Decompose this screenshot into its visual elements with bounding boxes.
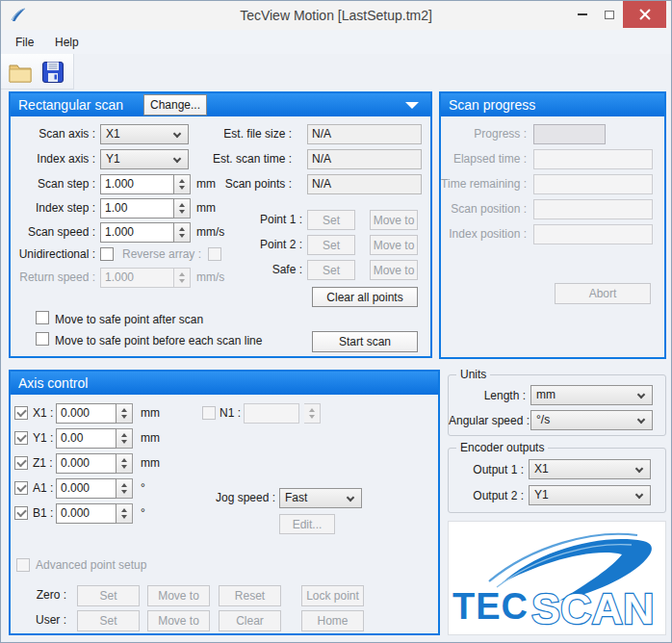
est-file-size-label: Est. file size :: [203, 124, 292, 144]
lock-point-button: Lock point: [301, 585, 364, 606]
toolbar: [1, 54, 671, 90]
chevron-down-icon: [173, 130, 181, 138]
axis-b1-label: B1 :: [33, 503, 53, 524]
clear-all-points-button[interactable]: Clear all points: [312, 287, 418, 307]
jog-speed-select[interactable]: Fast: [279, 488, 362, 508]
axis-y1-input[interactable]: 0.00: [56, 428, 116, 449]
axis-b1-spinner[interactable]: [116, 503, 133, 524]
scan-speed-input[interactable]: 1.000: [100, 222, 174, 243]
chevron-down-icon: [173, 155, 181, 163]
scan-axis-select[interactable]: X1: [100, 124, 189, 144]
minimize-button[interactable]: [571, 1, 594, 28]
scan-progress-header: Scan progress: [441, 93, 664, 116]
chevron-down-icon: [347, 494, 354, 502]
scan-points-value: N/A: [307, 174, 422, 194]
spin-up-icon: [309, 408, 315, 412]
menu-help[interactable]: Help: [49, 33, 85, 52]
app-window: TecView Motion [LastSetup.tm2] File Help: [0, 0, 672, 643]
logo-text-tec: TEC: [452, 586, 529, 627]
axis-control-title: Axis control: [18, 375, 88, 391]
spin-up-icon: [179, 227, 185, 231]
reverse-array-checkbox: [208, 247, 221, 261]
spin-down-icon: [179, 234, 185, 238]
save-file-button[interactable]: [38, 56, 68, 88]
axis-n1-checkbox: [202, 406, 216, 420]
change-scan-type-button[interactable]: Change...: [143, 94, 207, 116]
unidirectional-checkbox[interactable]: [100, 247, 114, 261]
start-scan-button[interactable]: Start scan: [312, 331, 418, 352]
scan-points-label: Scan points :: [203, 174, 292, 194]
time-remaining-label: Time remaining :: [441, 174, 527, 194]
maximize-icon: [605, 11, 614, 19]
angular-speed-select[interactable]: °/s: [530, 410, 653, 430]
output1-select[interactable]: X1: [529, 459, 651, 479]
output2-select[interactable]: Y1: [529, 485, 651, 505]
axis-a1-input[interactable]: 0.000: [56, 478, 116, 499]
spin-up-icon: [179, 203, 185, 207]
jog-edit-button: Edit...: [279, 514, 335, 534]
chevron-down-icon: [637, 391, 645, 399]
axis-y1-spinner[interactable]: [116, 428, 133, 449]
spin-down-icon: [121, 465, 127, 469]
home-button: Home: [301, 610, 364, 631]
axis-b1-unit: °: [141, 503, 145, 524]
rectangular-scan-panel: Rectangular scan Change... Scan axis : X…: [9, 91, 432, 358]
collapse-panel-icon[interactable]: [405, 102, 419, 109]
maximize-button[interactable]: [597, 1, 622, 28]
est-scan-time-label: Est. scan time :: [203, 149, 292, 169]
axis-y1-label: Y1 :: [33, 428, 53, 449]
length-unit-value: mm: [536, 388, 556, 401]
scan-speed-spinner[interactable]: [174, 222, 191, 243]
index-axis-select[interactable]: Y1: [100, 149, 189, 169]
axis-b1-input[interactable]: 0.000: [56, 503, 116, 524]
axis-a1-spinner[interactable]: [116, 478, 133, 499]
spin-up-icon: [121, 483, 127, 487]
logo-text-scan: SCAN: [531, 584, 655, 633]
angular-speed-label: Angular speed :: [449, 411, 526, 431]
close-icon: [638, 8, 652, 21]
scan-speed-unit: mm/s: [196, 222, 224, 243]
chevron-down-icon: [635, 491, 643, 499]
axis-z1-spinner[interactable]: [116, 453, 133, 474]
axis-x1-unit: mm: [141, 403, 160, 424]
time-remaining-value: [533, 174, 653, 194]
index-step-input[interactable]: 1.00: [100, 198, 174, 219]
safe-after-scan-checkbox[interactable]: [36, 311, 49, 324]
axis-control-header: Axis control: [11, 372, 438, 395]
return-speed-unit: mm/s: [196, 268, 224, 288]
elapsed-time-label: Elapsed time :: [441, 149, 527, 169]
safe-after-scan-label: Move to safe point after scan: [55, 310, 203, 330]
menu-file[interactable]: File: [10, 33, 39, 52]
length-unit-select[interactable]: mm: [530, 385, 653, 405]
minimize-icon: [578, 13, 587, 15]
spin-up-icon: [121, 508, 127, 512]
chevron-down-icon: [637, 416, 645, 424]
safe-before-line-checkbox[interactable]: [36, 332, 49, 346]
user-move-button: Move to: [147, 610, 210, 631]
axis-n1-input: [244, 403, 299, 424]
axis-z1-input[interactable]: 0.000: [56, 453, 116, 474]
output2-label: Output 2 :: [449, 486, 524, 506]
jog-speed-value: Fast: [285, 491, 307, 504]
axis-z1-label: Z1 :: [33, 453, 53, 474]
spin-up-icon: [121, 408, 127, 412]
axis-x1-spinner[interactable]: [116, 403, 133, 424]
tecscan-logo: TEC SCAN: [448, 521, 666, 635]
axis-n1-spinner: [304, 403, 321, 424]
encoder-outputs-title: Encoder outputs: [456, 441, 548, 455]
scan-step-spinner[interactable]: [174, 174, 191, 194]
scan-step-label: Scan step :: [11, 174, 95, 194]
axis-n1-label: N1 :: [220, 403, 241, 424]
clear-button: Clear: [219, 610, 281, 631]
axis-y1-checkbox: [14, 431, 28, 445]
return-speed-label: Return speed :: [11, 268, 95, 288]
progress-bar: [533, 124, 606, 144]
scan-step-input[interactable]: 1.000: [100, 174, 174, 194]
encoder-outputs-group: Encoder outputs Output 1 : X1 Output 2 :…: [448, 448, 666, 513]
spin-up-icon: [179, 179, 185, 183]
axis-x1-input[interactable]: 0.000: [56, 403, 116, 424]
angular-speed-value: °/s: [536, 413, 550, 426]
close-button[interactable]: [623, 1, 666, 28]
open-file-button[interactable]: [5, 56, 36, 88]
index-step-spinner[interactable]: [174, 198, 191, 219]
